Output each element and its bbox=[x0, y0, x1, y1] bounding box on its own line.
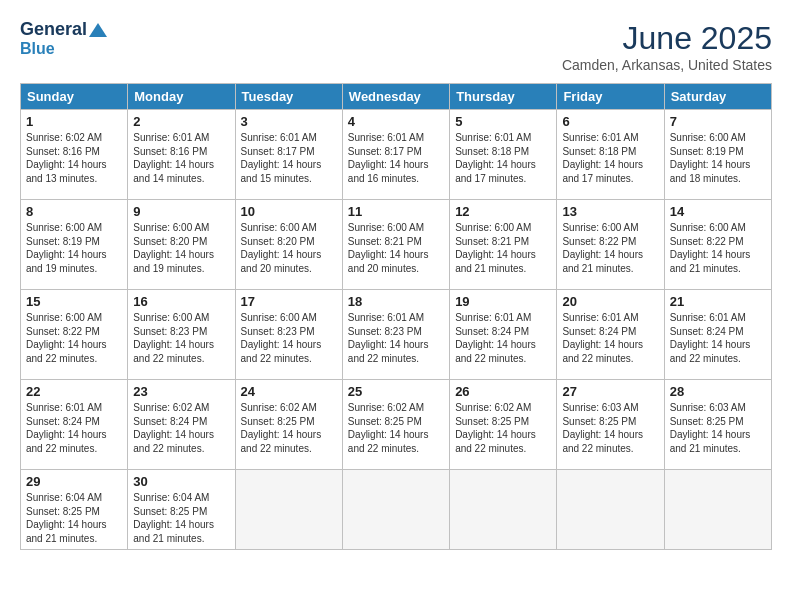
calendar-cell bbox=[235, 470, 342, 550]
day-number: 28 bbox=[670, 384, 766, 399]
calendar-cell: 12Sunrise: 6:00 AM Sunset: 8:21 PM Dayli… bbox=[450, 200, 557, 290]
day-number: 21 bbox=[670, 294, 766, 309]
day-info: Sunrise: 6:01 AM Sunset: 8:16 PM Dayligh… bbox=[133, 131, 229, 185]
day-number: 30 bbox=[133, 474, 229, 489]
svg-marker-0 bbox=[89, 23, 107, 37]
day-number: 9 bbox=[133, 204, 229, 219]
logo-text-general: General bbox=[20, 20, 87, 40]
day-info: Sunrise: 6:02 AM Sunset: 8:25 PM Dayligh… bbox=[348, 401, 444, 455]
day-info: Sunrise: 6:00 AM Sunset: 8:19 PM Dayligh… bbox=[670, 131, 766, 185]
calendar-cell: 29Sunrise: 6:04 AM Sunset: 8:25 PM Dayli… bbox=[21, 470, 128, 550]
day-info: Sunrise: 6:01 AM Sunset: 8:18 PM Dayligh… bbox=[562, 131, 658, 185]
calendar-cell: 24Sunrise: 6:02 AM Sunset: 8:25 PM Dayli… bbox=[235, 380, 342, 470]
calendar-cell bbox=[342, 470, 449, 550]
day-number: 11 bbox=[348, 204, 444, 219]
day-info: Sunrise: 6:04 AM Sunset: 8:25 PM Dayligh… bbox=[26, 491, 122, 545]
col-tuesday: Tuesday bbox=[235, 84, 342, 110]
calendar-cell: 25Sunrise: 6:02 AM Sunset: 8:25 PM Dayli… bbox=[342, 380, 449, 470]
logo: General Blue bbox=[20, 20, 107, 57]
calendar-cell: 26Sunrise: 6:02 AM Sunset: 8:25 PM Dayli… bbox=[450, 380, 557, 470]
day-info: Sunrise: 6:01 AM Sunset: 8:24 PM Dayligh… bbox=[670, 311, 766, 365]
day-info: Sunrise: 6:00 AM Sunset: 8:19 PM Dayligh… bbox=[26, 221, 122, 275]
day-number: 13 bbox=[562, 204, 658, 219]
calendar-cell: 10Sunrise: 6:00 AM Sunset: 8:20 PM Dayli… bbox=[235, 200, 342, 290]
day-info: Sunrise: 6:01 AM Sunset: 8:24 PM Dayligh… bbox=[26, 401, 122, 455]
calendar-cell: 3Sunrise: 6:01 AM Sunset: 8:17 PM Daylig… bbox=[235, 110, 342, 200]
day-number: 23 bbox=[133, 384, 229, 399]
day-number: 20 bbox=[562, 294, 658, 309]
day-number: 17 bbox=[241, 294, 337, 309]
calendar-cell: 17Sunrise: 6:00 AM Sunset: 8:23 PM Dayli… bbox=[235, 290, 342, 380]
day-info: Sunrise: 6:04 AM Sunset: 8:25 PM Dayligh… bbox=[133, 491, 229, 545]
calendar-cell: 13Sunrise: 6:00 AM Sunset: 8:22 PM Dayli… bbox=[557, 200, 664, 290]
calendar-cell bbox=[557, 470, 664, 550]
day-info: Sunrise: 6:00 AM Sunset: 8:22 PM Dayligh… bbox=[26, 311, 122, 365]
calendar-cell: 7Sunrise: 6:00 AM Sunset: 8:19 PM Daylig… bbox=[664, 110, 771, 200]
title-section: June 2025 Camden, Arkansas, United State… bbox=[562, 20, 772, 73]
calendar-header-row: Sunday Monday Tuesday Wednesday Thursday… bbox=[21, 84, 772, 110]
calendar-cell bbox=[450, 470, 557, 550]
day-number: 16 bbox=[133, 294, 229, 309]
calendar-cell: 16Sunrise: 6:00 AM Sunset: 8:23 PM Dayli… bbox=[128, 290, 235, 380]
day-number: 6 bbox=[562, 114, 658, 129]
day-number: 25 bbox=[348, 384, 444, 399]
col-saturday: Saturday bbox=[664, 84, 771, 110]
day-number: 4 bbox=[348, 114, 444, 129]
calendar-cell: 19Sunrise: 6:01 AM Sunset: 8:24 PM Dayli… bbox=[450, 290, 557, 380]
day-info: Sunrise: 6:02 AM Sunset: 8:25 PM Dayligh… bbox=[455, 401, 551, 455]
day-number: 24 bbox=[241, 384, 337, 399]
day-info: Sunrise: 6:03 AM Sunset: 8:25 PM Dayligh… bbox=[670, 401, 766, 455]
calendar-cell: 23Sunrise: 6:02 AM Sunset: 8:24 PM Dayli… bbox=[128, 380, 235, 470]
logo-text-blue: Blue bbox=[20, 40, 55, 58]
calendar-cell: 2Sunrise: 6:01 AM Sunset: 8:16 PM Daylig… bbox=[128, 110, 235, 200]
day-info: Sunrise: 6:00 AM Sunset: 8:23 PM Dayligh… bbox=[133, 311, 229, 365]
calendar-cell: 28Sunrise: 6:03 AM Sunset: 8:25 PM Dayli… bbox=[664, 380, 771, 470]
calendar-cell: 21Sunrise: 6:01 AM Sunset: 8:24 PM Dayli… bbox=[664, 290, 771, 380]
day-number: 12 bbox=[455, 204, 551, 219]
day-number: 1 bbox=[26, 114, 122, 129]
day-number: 14 bbox=[670, 204, 766, 219]
day-info: Sunrise: 6:01 AM Sunset: 8:17 PM Dayligh… bbox=[241, 131, 337, 185]
location-title: Camden, Arkansas, United States bbox=[562, 57, 772, 73]
col-friday: Friday bbox=[557, 84, 664, 110]
calendar-cell: 27Sunrise: 6:03 AM Sunset: 8:25 PM Dayli… bbox=[557, 380, 664, 470]
calendar-cell bbox=[664, 470, 771, 550]
col-wednesday: Wednesday bbox=[342, 84, 449, 110]
calendar-cell: 30Sunrise: 6:04 AM Sunset: 8:25 PM Dayli… bbox=[128, 470, 235, 550]
day-number: 8 bbox=[26, 204, 122, 219]
col-monday: Monday bbox=[128, 84, 235, 110]
day-info: Sunrise: 6:00 AM Sunset: 8:22 PM Dayligh… bbox=[562, 221, 658, 275]
logo-icon bbox=[89, 21, 107, 39]
day-info: Sunrise: 6:00 AM Sunset: 8:21 PM Dayligh… bbox=[348, 221, 444, 275]
calendar-cell: 14Sunrise: 6:00 AM Sunset: 8:22 PM Dayli… bbox=[664, 200, 771, 290]
day-info: Sunrise: 6:02 AM Sunset: 8:16 PM Dayligh… bbox=[26, 131, 122, 185]
day-info: Sunrise: 6:02 AM Sunset: 8:24 PM Dayligh… bbox=[133, 401, 229, 455]
page-header: General Blue June 2025 Camden, Arkansas,… bbox=[20, 20, 772, 73]
calendar-cell: 6Sunrise: 6:01 AM Sunset: 8:18 PM Daylig… bbox=[557, 110, 664, 200]
day-info: Sunrise: 6:00 AM Sunset: 8:20 PM Dayligh… bbox=[133, 221, 229, 275]
calendar-cell: 22Sunrise: 6:01 AM Sunset: 8:24 PM Dayli… bbox=[21, 380, 128, 470]
day-info: Sunrise: 6:00 AM Sunset: 8:22 PM Dayligh… bbox=[670, 221, 766, 275]
day-info: Sunrise: 6:01 AM Sunset: 8:24 PM Dayligh… bbox=[455, 311, 551, 365]
calendar-cell: 8Sunrise: 6:00 AM Sunset: 8:19 PM Daylig… bbox=[21, 200, 128, 290]
calendar-cell: 9Sunrise: 6:00 AM Sunset: 8:20 PM Daylig… bbox=[128, 200, 235, 290]
day-info: Sunrise: 6:01 AM Sunset: 8:18 PM Dayligh… bbox=[455, 131, 551, 185]
day-number: 18 bbox=[348, 294, 444, 309]
calendar-cell: 4Sunrise: 6:01 AM Sunset: 8:17 PM Daylig… bbox=[342, 110, 449, 200]
day-info: Sunrise: 6:00 AM Sunset: 8:23 PM Dayligh… bbox=[241, 311, 337, 365]
calendar-cell: 20Sunrise: 6:01 AM Sunset: 8:24 PM Dayli… bbox=[557, 290, 664, 380]
day-number: 27 bbox=[562, 384, 658, 399]
day-number: 10 bbox=[241, 204, 337, 219]
day-number: 7 bbox=[670, 114, 766, 129]
calendar-cell: 18Sunrise: 6:01 AM Sunset: 8:23 PM Dayli… bbox=[342, 290, 449, 380]
day-number: 2 bbox=[133, 114, 229, 129]
day-number: 22 bbox=[26, 384, 122, 399]
day-number: 5 bbox=[455, 114, 551, 129]
day-info: Sunrise: 6:01 AM Sunset: 8:23 PM Dayligh… bbox=[348, 311, 444, 365]
day-info: Sunrise: 6:00 AM Sunset: 8:21 PM Dayligh… bbox=[455, 221, 551, 275]
calendar-table: Sunday Monday Tuesday Wednesday Thursday… bbox=[20, 83, 772, 550]
day-number: 26 bbox=[455, 384, 551, 399]
day-info: Sunrise: 6:02 AM Sunset: 8:25 PM Dayligh… bbox=[241, 401, 337, 455]
calendar-cell: 5Sunrise: 6:01 AM Sunset: 8:18 PM Daylig… bbox=[450, 110, 557, 200]
day-info: Sunrise: 6:01 AM Sunset: 8:24 PM Dayligh… bbox=[562, 311, 658, 365]
